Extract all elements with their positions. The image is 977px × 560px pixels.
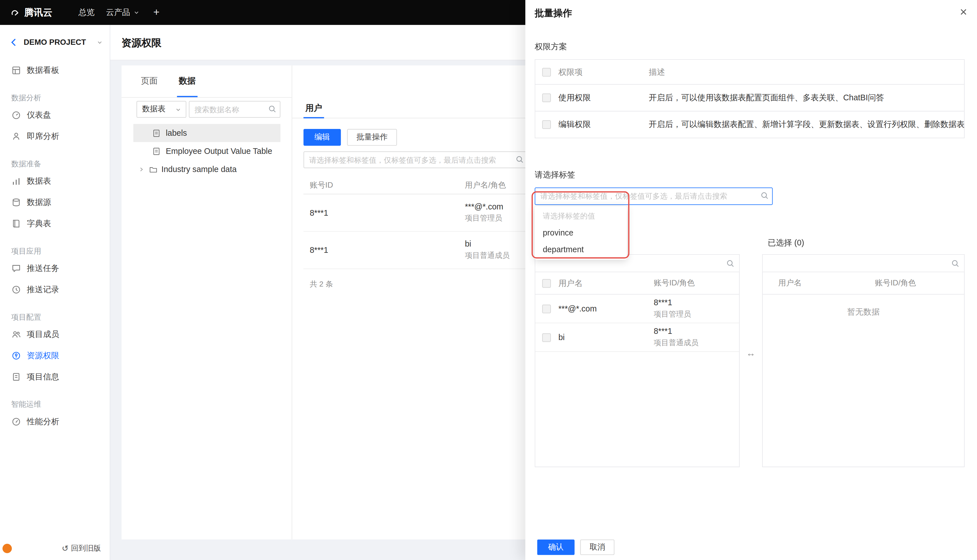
row-checkbox[interactable]	[542, 333, 551, 342]
search-icon	[268, 105, 277, 113]
source-select-all-checkbox[interactable]	[542, 279, 551, 288]
person-icon	[11, 132, 21, 142]
dashboard-icon	[11, 65, 21, 75]
selected-count-label: 已选择 (0)	[768, 237, 804, 248]
section-title-data-analysis: 数据分析	[0, 91, 110, 105]
tab-data[interactable]: 数据	[168, 65, 206, 97]
database-icon	[11, 198, 21, 207]
dataset-search-input[interactable]	[189, 101, 280, 118]
permission-name: 使用权限	[558, 92, 649, 103]
source-row[interactable]: bi 8***1 项目普通成员	[535, 323, 739, 352]
target-search-input[interactable]	[763, 255, 964, 272]
tree-item-employee-output[interactable]: Employee Output Value Table	[133, 142, 280, 160]
permission-key-icon	[11, 350, 21, 360]
col-permission-item: 权限项	[558, 66, 649, 78]
permission-row-edit[interactable]: 编辑权限 开启后，可以编辑数据表配置、新增计算字段、更新数据表、设置行列权限、删…	[535, 111, 964, 138]
source-table-header: 用户名 账号ID/角色	[535, 272, 739, 295]
sidebar-item-performance-analysis[interactable]: 性能分析	[0, 411, 110, 432]
col-account-id: 账号ID	[303, 180, 465, 190]
chevron-down-icon[interactable]	[96, 38, 103, 46]
table-file-icon	[152, 129, 161, 137]
clock-icon	[11, 285, 21, 295]
sidebar-item-push-tasks[interactable]: 推送任务	[0, 258, 110, 279]
dropdown-option-department[interactable]: department	[535, 241, 627, 258]
user-name: ***@*.com	[558, 304, 654, 313]
account-id: 8***1	[303, 245, 465, 255]
chevron-down-icon	[133, 9, 140, 16]
document-icon	[11, 372, 21, 382]
permission-name: 编辑权限	[558, 119, 649, 130]
search-icon	[760, 191, 769, 200]
permission-desc: 开启后，可以使用该数据表配置页面组件、多表关联、ChatBI问答	[649, 92, 964, 103]
sidebar-item-data-tables[interactable]: 数据表	[0, 171, 110, 192]
source-row[interactable]: ***@*.com 8***1 项目管理员	[535, 295, 739, 323]
target-table-header: 用户名 账号ID/角色	[763, 272, 964, 295]
dropdown-option-province[interactable]: province	[535, 224, 627, 241]
select-all-checkbox[interactable]	[542, 67, 551, 76]
dataset-type-select[interactable]: 数据表	[137, 101, 186, 118]
drawer-title: 批量操作	[535, 0, 572, 25]
tree-item-industry-sample[interactable]: Industry sample data	[133, 160, 280, 178]
sidebar-item-dashboard-board[interactable]: 数据看板	[0, 60, 110, 81]
back-arrow-icon[interactable]	[9, 37, 19, 47]
assistant-floating-icon[interactable]	[3, 543, 12, 553]
tree-item-labels[interactable]: labels	[133, 124, 280, 142]
permission-plan-label: 权限方案	[535, 41, 567, 52]
col-user-name: 用户名	[558, 277, 654, 289]
close-icon[interactable]: ×	[960, 4, 967, 20]
cancel-button[interactable]: 取消	[580, 539, 614, 555]
sidebar: DEMO PROJECT 数据看板 数据分析 仪表盘	[0, 25, 110, 560]
sidebar-footer: ↺ 回到旧版	[0, 542, 101, 554]
project-name: DEMO PROJECT	[24, 38, 91, 47]
dataset-panel: 页面 数据 数据表	[122, 65, 292, 540]
sidebar-item-resource-permissions[interactable]: 资源权限	[0, 345, 110, 367]
search-icon	[726, 259, 735, 268]
sidebar-item-data-sources[interactable]: 数据源	[0, 192, 110, 213]
tag-dropdown: 请选择标签的值 province department	[535, 206, 627, 260]
project-header: DEMO PROJECT	[0, 25, 110, 60]
speedometer-icon	[11, 417, 21, 427]
col-account-role: 账号ID/角色	[875, 278, 964, 288]
permission-row-use[interactable]: 使用权限 开启后，可以使用该数据表配置页面组件、多表关联、ChatBI问答	[535, 84, 964, 111]
tag-search-input[interactable]	[535, 188, 773, 205]
chevron-down-icon	[174, 106, 182, 113]
account-id: 8***1	[654, 298, 739, 307]
table-file-icon	[152, 147, 161, 156]
dataset-tree: labels Employee Output Value Table	[133, 124, 280, 178]
folder-icon	[148, 165, 158, 173]
topbar-overview[interactable]: 总览	[78, 0, 95, 25]
back-to-old-version-button[interactable]: ↺ 回到旧版	[62, 543, 101, 553]
sidebar-item-project-info[interactable]: 项目信息	[0, 366, 110, 387]
dataset-tabs: 页面 数据	[122, 65, 292, 98]
sidebar-item-project-members[interactable]: 项目成员	[0, 324, 110, 345]
user-tag-search-input[interactable]	[303, 151, 528, 168]
tencent-cloud-logo[interactable]: 腾讯云	[10, 0, 52, 25]
confirm-button[interactable]: 确认	[537, 539, 575, 555]
bar-chart-icon	[11, 176, 21, 186]
col-user-name: 用户名	[778, 278, 875, 288]
sidebar-item-adhoc-analysis[interactable]: 即席分析	[0, 126, 110, 147]
sidebar-item-push-records[interactable]: 推送记录	[0, 279, 110, 300]
sidebar-item-dictionary-tables[interactable]: 字典表	[0, 213, 110, 234]
user-tag-search	[303, 151, 528, 168]
use-permission-checkbox[interactable]	[542, 93, 551, 102]
topbar-new-tab-button[interactable]: +	[153, 0, 160, 25]
tag-search	[535, 188, 773, 205]
users-actions: 编辑 批量操作	[303, 129, 397, 146]
transfer-arrow-icon: ↔	[741, 347, 761, 358]
account-id: 8***1	[303, 208, 465, 217]
user-role: 项目管理员	[654, 309, 739, 319]
rollback-icon: ↺	[62, 543, 68, 553]
tab-users[interactable]: 用户	[303, 100, 324, 118]
batch-operation-button[interactable]: 批量操作	[347, 129, 397, 146]
section-title-data-prep: 数据准备	[0, 157, 110, 171]
edit-button[interactable]: 编辑	[303, 129, 341, 146]
edit-permission-checkbox[interactable]	[542, 120, 551, 129]
tab-pages[interactable]: 页面	[130, 65, 168, 97]
row-checkbox[interactable]	[542, 304, 551, 313]
batch-operation-drawer: 批量操作 × 权限方案 权限项 描述 使用权限 开启后，可以使用该数据表配置页面…	[525, 0, 977, 560]
transfer-source-panel: 用户名 账号ID/角色 ***@*.com 8***1 项目管理员 bi 8**…	[535, 254, 740, 467]
topbar-products[interactable]: 云产品	[106, 0, 140, 25]
sidebar-item-dashboards[interactable]: 仪表盘	[0, 105, 110, 126]
caret-right-icon[interactable]	[138, 165, 145, 173]
